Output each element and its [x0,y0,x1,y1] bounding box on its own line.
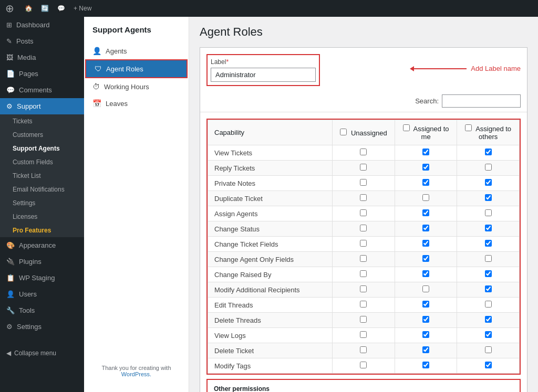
unassigned-checkbox[interactable] [360,285,367,292]
unassigned-checkbox[interactable] [360,240,367,247]
collapse-menu-button[interactable]: ◀ Collapse menu [0,345,84,361]
sub-menu-item-agents[interactable]: 👤 Agents [84,43,189,59]
admin-bar-new[interactable]: + New [69,5,96,12]
assigned-me-checkbox[interactable] [422,225,429,231]
sidebar-item-settings2[interactable]: ⚙ Settings [0,319,84,335]
assigned-others-checkbox[interactable] [485,316,492,323]
unassigned-checkbox[interactable] [360,362,367,368]
unassigned-cell [333,313,395,328]
assigned-me-checkbox[interactable] [422,209,429,216]
assigned-me-header-checkbox[interactable] [403,124,410,131]
sidebar-item-settings[interactable]: Settings [0,196,84,210]
assigned-me-checkbox[interactable] [422,149,429,155]
unassigned-checkbox[interactable] [360,149,367,155]
table-row: Private Notes [208,176,520,191]
sidebar-item-tickets[interactable]: Tickets [0,114,84,128]
assigned-me-checkbox[interactable] [422,270,429,277]
sidebar-item-wp-staging[interactable]: 📋 WP Staging [0,270,84,286]
assigned-others-checkbox[interactable] [485,301,492,308]
label-input[interactable] [211,68,316,82]
assigned-me-checkbox[interactable] [422,316,429,323]
sub-menu-item-agent-roles[interactable]: 🛡 Agent Roles [85,59,188,78]
sidebar-item-support[interactable]: ⚙ Support [0,98,84,114]
sidebar-item-tickets-label: Tickets [13,118,33,125]
sidebar-item-settings-label: Settings [13,199,35,207]
sidebar-item-tools[interactable]: 🔧 Tools [0,302,84,319]
unassigned-checkbox[interactable] [360,255,367,262]
assigned-others-checkbox[interactable] [485,270,492,277]
capability-name: Change Status [208,221,333,237]
assigned-others-checkbox[interactable] [485,194,492,201]
assigned-me-checkbox[interactable] [422,240,429,247]
assigned-others-cell [457,343,520,358]
sidebar-item-media[interactable]: 🖼 Media [0,49,84,66]
admin-bar-site[interactable]: 🏠 [20,5,37,12]
sidebar-item-users[interactable]: 👤 Users [0,286,84,302]
wp-link[interactable]: WordPress. [121,371,151,377]
assigned-others-header-checkbox[interactable] [465,124,472,131]
sidebar-item-appearance[interactable]: 🎨 Appearance [0,237,84,253]
sidebar-item-support-agents[interactable]: Support Agents [0,142,84,155]
assigned-me-checkbox[interactable] [422,179,429,186]
unassigned-checkbox[interactable] [360,331,367,338]
sidebar-item-posts[interactable]: ✎ Posts [0,33,84,49]
assigned-me-checkbox[interactable] [422,331,429,338]
sub-menu-item-leaves[interactable]: 📅 Leaves [84,95,189,112]
assigned-me-checkbox[interactable] [422,285,429,292]
posts-icon: ✎ [6,37,12,45]
assigned-me-checkbox[interactable] [422,194,429,201]
sidebar-item-plugins[interactable]: 🔌 Plugins [0,253,84,270]
col-capability: Capability [208,120,333,145]
assigned-me-cell [395,252,457,267]
sidebar-item-ticket-list[interactable]: Ticket List [0,169,84,183]
unassigned-checkbox[interactable] [360,346,367,353]
unassigned-checkbox[interactable] [360,301,367,308]
sub-menu-item-working-hours[interactable]: ⏱ Working Hours [84,78,189,95]
unassigned-header-checkbox[interactable] [340,129,347,135]
admin-bar-updates[interactable]: 🔄 [37,5,53,12]
table-row: Edit Threads [208,298,520,313]
assigned-others-checkbox[interactable] [485,149,492,155]
sidebar-item-licenses[interactable]: Licenses [0,210,84,224]
sidebar-item-customers[interactable]: Customers [0,128,84,142]
assigned-me-checkbox[interactable] [422,164,429,171]
assigned-others-checkbox[interactable] [485,240,492,247]
unassigned-checkbox[interactable] [360,225,367,231]
capability-name: Change Ticket Fields [208,237,333,252]
assigned-me-checkbox[interactable] [422,301,429,308]
unassigned-checkbox[interactable] [360,270,367,277]
unassigned-checkbox[interactable] [360,179,367,186]
assigned-me-cell [395,176,457,191]
unassigned-checkbox[interactable] [360,194,367,201]
comments-icon: 💬 [6,86,15,94]
assigned-me-checkbox[interactable] [422,346,429,353]
assigned-others-checkbox[interactable] [485,362,492,368]
assigned-others-checkbox[interactable] [485,164,492,171]
assigned-others-checkbox[interactable] [485,285,492,292]
assigned-me-checkbox[interactable] [422,362,429,368]
assigned-others-checkbox[interactable] [485,225,492,231]
assigned-others-checkbox[interactable] [485,209,492,216]
assigned-others-checkbox[interactable] [485,255,492,262]
assigned-others-cell [457,298,520,313]
sidebar-item-custom-fields[interactable]: Custom Fields [0,155,84,169]
admin-bar-comments[interactable]: 💬 [53,5,69,12]
assigned-others-checkbox[interactable] [485,346,492,353]
sidebar-item-pages[interactable]: 📄 Pages [0,66,84,82]
unassigned-checkbox[interactable] [360,164,367,171]
unassigned-checkbox[interactable] [360,209,367,216]
plugins-icon: 🔌 [6,258,15,266]
assigned-others-checkbox[interactable] [485,179,492,186]
capability-name: Change Raised By [208,267,333,282]
sidebar-item-email-notifications[interactable]: Email Notifications [0,183,84,196]
sidebar-item-pro-features[interactable]: Pro Features [0,224,84,237]
assigned-me-checkbox[interactable] [422,255,429,262]
sidebar-item-wp-staging-label: WP Staging [19,274,55,282]
capability-name: Modify Tags [208,358,333,374]
sidebar-item-dashboard[interactable]: ⊞ Dashboard [0,17,84,33]
unassigned-checkbox[interactable] [360,316,367,323]
sub-menu-agents-label: Agents [106,47,127,55]
search-input[interactable] [442,94,521,108]
sidebar-item-comments[interactable]: 💬 Comments [0,82,84,98]
assigned-others-checkbox[interactable] [485,331,492,338]
